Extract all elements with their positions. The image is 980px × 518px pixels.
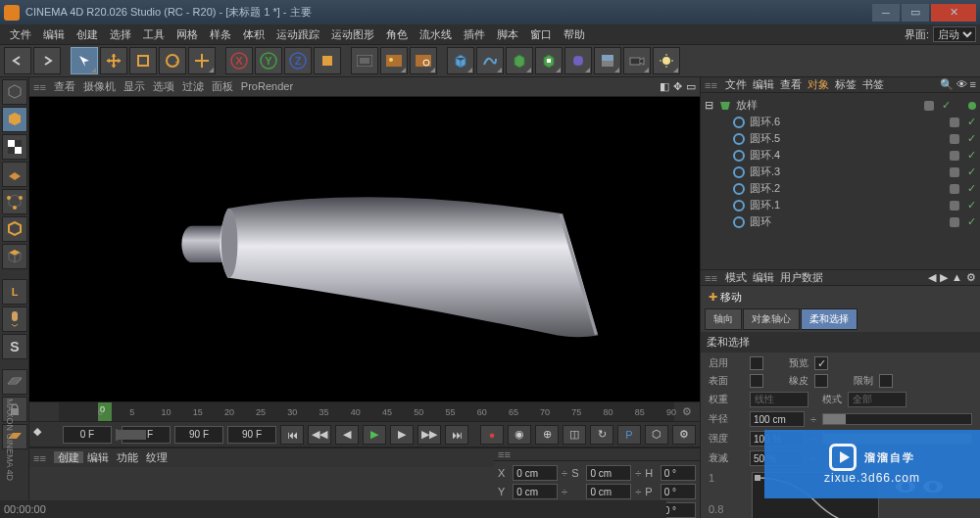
menu-窗口[interactable]: 窗口 <box>524 25 558 44</box>
undo-button[interactable] <box>4 47 31 74</box>
coord-system[interactable] <box>314 47 341 74</box>
attr-menu-icon[interactable]: ⚙ <box>966 271 976 284</box>
menu-工具[interactable]: 工具 <box>137 25 171 44</box>
key-options-button[interactable]: ⚙ <box>672 425 696 445</box>
menu-体积[interactable]: 体积 <box>237 25 270 44</box>
viewtab-显示[interactable]: 显示 <box>123 80 145 92</box>
enable-check-icon[interactable]: ✓ <box>967 165 976 178</box>
axis-tab-1[interactable]: 对象轴心 <box>743 308 800 330</box>
layer-dot[interactable] <box>924 101 934 111</box>
objmgr-tab-书签[interactable]: 书签 <box>862 78 884 90</box>
goto-start-button[interactable]: ⏮ <box>280 425 304 445</box>
x-size-field[interactable]: 0 cm <box>586 465 631 481</box>
objmgr-tab-标签[interactable]: 标签 <box>835 78 857 90</box>
spline-primitive[interactable] <box>476 47 504 74</box>
viewtab-查看[interactable]: 查看 <box>54 80 75 92</box>
surface-checkbox[interactable] <box>750 374 763 388</box>
layout-select[interactable]: 启动 <box>933 26 976 42</box>
next-frame-button[interactable]: ▶ <box>390 425 414 445</box>
key-scale-button[interactable]: ◫ <box>563 425 586 445</box>
z-axis-lock[interactable]: Z <box>284 47 312 74</box>
key-pla-button[interactable]: ⬡ <box>645 425 668 445</box>
menu-文件[interactable]: 文件 <box>4 25 37 44</box>
objmgr-tab-查看[interactable]: 查看 <box>780 78 802 90</box>
project-end-field[interactable]: 90 F <box>227 426 276 444</box>
prev-key-button[interactable]: ◀◀ <box>308 425 331 445</box>
render-settings-button[interactable] <box>410 47 437 74</box>
menu-编辑[interactable]: 编辑 <box>37 25 71 44</box>
menu-角色[interactable]: 角色 <box>380 25 414 44</box>
menu-运动图形[interactable]: 运动图形 <box>325 25 380 44</box>
menu-网格[interactable]: 网格 <box>171 25 204 44</box>
object-name[interactable]: 圆环.5 <box>750 131 944 146</box>
range-end-field[interactable]: 90 F <box>174 426 223 444</box>
key-pos-button[interactable]: ⊕ <box>535 425 559 445</box>
viewtab-ProRender[interactable]: ProRender <box>241 80 293 92</box>
objmgr-tab-对象[interactable]: 对象 <box>808 78 829 90</box>
tree-item[interactable]: 圆环.4✓ <box>705 147 976 164</box>
enable-check-icon[interactable]: ✓ <box>967 199 976 212</box>
axis-tab-0[interactable]: 轴向 <box>705 308 742 330</box>
texture-mode-button[interactable] <box>2 134 27 160</box>
x-pos-field[interactable]: 0 cm <box>513 465 558 481</box>
timeline-slider[interactable] <box>116 429 118 441</box>
tree-item[interactable]: 圆环.2✓ <box>705 180 976 197</box>
material-tab-功能[interactable]: 功能 <box>113 451 142 463</box>
viewport[interactable] <box>29 97 700 401</box>
object-name[interactable]: 放样 <box>736 98 918 113</box>
object-manager[interactable]: ⊟ 放样 ✓ 圆环.6✓圆环.5✓圆环.4✓圆环.3✓圆环.2✓圆环.1✓圆环✓ <box>701 93 980 269</box>
tree-item[interactable]: 圆环.5✓ <box>705 130 976 147</box>
attr-up-icon[interactable]: ▲ <box>952 271 962 284</box>
y-size-field[interactable]: 0 cm <box>586 484 631 499</box>
viewtab-过滤[interactable]: 过滤 <box>182 80 204 92</box>
axis-tab-2[interactable]: 柔和选择 <box>801 308 858 330</box>
render-picture-button[interactable] <box>380 47 408 74</box>
view-max-icon[interactable]: ▭ <box>686 80 696 93</box>
layer-dot[interactable] <box>950 118 959 127</box>
range-start-field[interactable]: 0 F <box>63 426 112 444</box>
material-tab-编辑[interactable]: 编辑 <box>83 451 113 463</box>
cube-primitive[interactable] <box>447 47 474 74</box>
next-key-button[interactable]: ▶▶ <box>417 425 441 445</box>
viewport-solo-button[interactable] <box>2 306 27 332</box>
recent-tool[interactable] <box>188 47 216 74</box>
keyframe-button[interactable]: ◆ <box>33 425 57 445</box>
attr-fwd-icon[interactable]: ▶ <box>940 271 948 284</box>
minimize-button[interactable]: ─ <box>872 4 900 22</box>
object-name[interactable]: 圆环.4 <box>750 148 944 163</box>
tree-item[interactable]: 圆环✓ <box>705 213 976 230</box>
soft-mode-select[interactable]: 全部 <box>848 392 906 407</box>
menu-样条[interactable]: 样条 <box>204 25 237 44</box>
object-name[interactable]: 圆环.3 <box>750 165 944 179</box>
visibility-dot[interactable] <box>968 102 976 110</box>
limit-checkbox[interactable] <box>879 374 893 388</box>
material-tab-创建[interactable]: 创建 <box>54 451 83 463</box>
camera-button[interactable] <box>623 47 651 74</box>
eraser-checkbox[interactable] <box>814 374 828 388</box>
menu-流水线[interactable]: 流水线 <box>414 25 458 44</box>
polygon-mode-button[interactable] <box>2 244 27 269</box>
object-name[interactable]: 圆环.2 <box>750 181 944 196</box>
object-name[interactable]: 圆环.1 <box>750 198 944 212</box>
h-rot-field[interactable]: 0 ° <box>661 465 696 481</box>
attr-back-icon[interactable]: ◀ <box>928 271 936 284</box>
menu-帮助[interactable]: 帮助 <box>558 25 591 44</box>
enable-check-icon[interactable]: ✓ <box>967 215 976 228</box>
model-mode-button[interactable] <box>2 107 27 132</box>
objmgr-tab-编辑[interactable]: 编辑 <box>753 78 774 90</box>
preview-checkbox[interactable]: ✓ <box>814 356 828 370</box>
prev-frame-button[interactable]: ◀ <box>335 425 359 445</box>
y-pos-field[interactable]: 0 cm <box>513 484 558 499</box>
tree-item[interactable]: 圆环.1✓ <box>705 197 976 213</box>
scale-tool[interactable] <box>129 47 157 74</box>
search-icon[interactable]: 🔍 <box>940 78 954 91</box>
objmgr-tab-文件[interactable]: 文件 <box>725 78 747 90</box>
collapse-icon[interactable]: ⊟ <box>705 99 714 112</box>
generator-button[interactable] <box>506 47 533 74</box>
layer-dot[interactable] <box>950 184 959 194</box>
layer-dot[interactable] <box>950 217 959 227</box>
move-tool[interactable] <box>100 47 127 74</box>
menu-脚本[interactable]: 脚本 <box>491 25 524 44</box>
enable-checkbox[interactable] <box>750 356 763 370</box>
enable-axis-button[interactable]: L <box>2 279 27 305</box>
